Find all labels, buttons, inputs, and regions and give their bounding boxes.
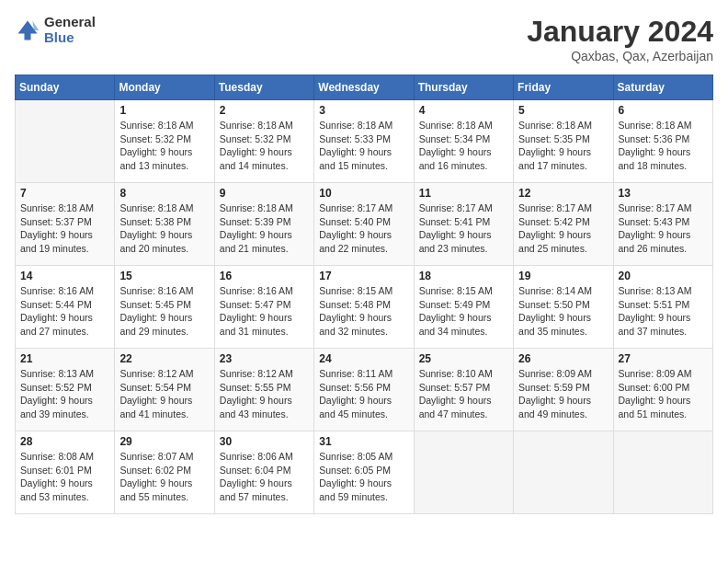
- day-number: 5: [518, 104, 608, 117]
- day-info: Sunrise: 8:18 AMSunset: 5:34 PMDaylight:…: [419, 119, 508, 173]
- day-number: 4: [419, 104, 508, 117]
- day-info: Sunrise: 8:18 AMSunset: 5:32 PMDaylight:…: [119, 119, 209, 173]
- day-number: 17: [319, 270, 408, 282]
- day-number: 9: [220, 187, 309, 200]
- calendar-cell: 25Sunrise: 8:10 AMSunset: 5:57 PMDayligh…: [414, 349, 513, 431]
- calendar-cell: 15Sunrise: 8:16 AMSunset: 5:45 PMDayligh…: [115, 266, 214, 349]
- day-number: 29: [119, 435, 209, 448]
- day-info: Sunrise: 8:16 AMSunset: 5:45 PMDaylight:…: [119, 284, 209, 339]
- day-number: 20: [619, 270, 708, 282]
- day-number: 25: [419, 352, 508, 365]
- day-number: 31: [319, 435, 408, 448]
- day-info: Sunrise: 8:18 AMSunset: 5:39 PMDaylight:…: [220, 201, 309, 256]
- day-number: 12: [518, 187, 608, 200]
- weekday-header: Monday: [115, 75, 214, 100]
- calendar-cell: 11Sunrise: 8:17 AMSunset: 5:41 PMDayligh…: [414, 183, 513, 266]
- calendar-week-row: 28Sunrise: 8:08 AMSunset: 6:01 PMDayligh…: [16, 431, 713, 514]
- day-number: 7: [20, 187, 109, 200]
- calendar-title: January 2024: [527, 15, 713, 49]
- calendar-cell: [514, 431, 613, 514]
- day-info: Sunrise: 8:18 AMSunset: 5:37 PMDaylight:…: [20, 201, 109, 256]
- day-info: Sunrise: 8:18 AMSunset: 5:36 PMDaylight:…: [619, 119, 708, 173]
- calendar-cell: 10Sunrise: 8:17 AMSunset: 5:40 PMDayligh…: [314, 183, 414, 266]
- calendar-cell: [16, 100, 115, 183]
- day-info: Sunrise: 8:07 AMSunset: 6:02 PMDaylight:…: [119, 450, 209, 504]
- day-info: Sunrise: 8:18 AMSunset: 5:32 PMDaylight:…: [220, 119, 309, 173]
- calendar-cell: [414, 431, 513, 514]
- calendar-table: SundayMondayTuesdayWednesdayThursdayFrid…: [15, 75, 713, 514]
- calendar-cell: 9Sunrise: 8:18 AMSunset: 5:39 PMDaylight…: [214, 183, 313, 266]
- calendar-cell: 8Sunrise: 8:18 AMSunset: 5:38 PMDaylight…: [115, 183, 214, 266]
- weekday-header: Saturday: [613, 75, 712, 100]
- day-info: Sunrise: 8:17 AMSunset: 5:43 PMDaylight:…: [619, 201, 708, 256]
- calendar-cell: 6Sunrise: 8:18 AMSunset: 5:36 PMDaylight…: [613, 100, 712, 183]
- calendar-cell: 18Sunrise: 8:15 AMSunset: 5:49 PMDayligh…: [414, 266, 513, 349]
- calendar-cell: 26Sunrise: 8:09 AMSunset: 5:59 PMDayligh…: [514, 349, 613, 431]
- title-block: January 2024 Qaxbas, Qax, Azerbaijan: [527, 15, 713, 63]
- day-number: 16: [220, 270, 309, 282]
- day-number: 23: [220, 352, 309, 365]
- calendar-cell: 30Sunrise: 8:06 AMSunset: 6:04 PMDayligh…: [214, 431, 313, 514]
- calendar-cell: 22Sunrise: 8:12 AMSunset: 5:54 PMDayligh…: [115, 349, 214, 431]
- day-info: Sunrise: 8:12 AMSunset: 5:55 PMDaylight:…: [220, 367, 309, 421]
- day-info: Sunrise: 8:18 AMSunset: 5:35 PMDaylight:…: [518, 119, 608, 173]
- day-info: Sunrise: 8:18 AMSunset: 5:38 PMDaylight:…: [119, 201, 209, 256]
- calendar-cell: 13Sunrise: 8:17 AMSunset: 5:43 PMDayligh…: [613, 183, 712, 266]
- logo-general-text: General: [44, 15, 96, 30]
- day-number: 18: [419, 270, 508, 282]
- calendar-cell: 28Sunrise: 8:08 AMSunset: 6:01 PMDayligh…: [16, 431, 115, 514]
- day-number: 15: [119, 270, 209, 282]
- weekday-header: Tuesday: [214, 75, 313, 100]
- day-info: Sunrise: 8:13 AMSunset: 5:52 PMDaylight:…: [20, 367, 109, 421]
- day-info: Sunrise: 8:05 AMSunset: 6:05 PMDaylight:…: [319, 450, 408, 504]
- page-header: General Blue January 2024 Qaxbas, Qax, A…: [15, 15, 713, 63]
- day-number: 19: [518, 270, 608, 282]
- calendar-cell: [613, 431, 712, 514]
- day-info: Sunrise: 8:17 AMSunset: 5:42 PMDaylight:…: [518, 201, 608, 256]
- calendar-week-row: 14Sunrise: 8:16 AMSunset: 5:44 PMDayligh…: [16, 266, 713, 349]
- day-info: Sunrise: 8:13 AMSunset: 5:51 PMDaylight:…: [619, 284, 708, 339]
- calendar-cell: 16Sunrise: 8:16 AMSunset: 5:47 PMDayligh…: [214, 266, 313, 349]
- day-number: 28: [20, 435, 109, 448]
- calendar-cell: 17Sunrise: 8:15 AMSunset: 5:48 PMDayligh…: [314, 266, 414, 349]
- day-number: 8: [119, 187, 209, 200]
- day-info: Sunrise: 8:10 AMSunset: 5:57 PMDaylight:…: [419, 367, 508, 421]
- calendar-week-row: 7Sunrise: 8:18 AMSunset: 5:37 PMDaylight…: [16, 183, 713, 266]
- calendar-cell: 4Sunrise: 8:18 AMSunset: 5:34 PMDaylight…: [414, 100, 513, 183]
- calendar-cell: 19Sunrise: 8:14 AMSunset: 5:50 PMDayligh…: [514, 266, 613, 349]
- calendar-week-row: 1Sunrise: 8:18 AMSunset: 5:32 PMDaylight…: [16, 100, 713, 183]
- day-number: 1: [119, 104, 209, 117]
- day-info: Sunrise: 8:17 AMSunset: 5:41 PMDaylight:…: [419, 201, 508, 256]
- weekday-header-row: SundayMondayTuesdayWednesdayThursdayFrid…: [16, 75, 713, 100]
- calendar-cell: 27Sunrise: 8:09 AMSunset: 6:00 PMDayligh…: [613, 349, 712, 431]
- day-info: Sunrise: 8:12 AMSunset: 5:54 PMDaylight:…: [119, 367, 209, 421]
- logo: General Blue: [15, 15, 96, 45]
- day-number: 6: [619, 104, 708, 117]
- logo-text: General Blue: [44, 15, 96, 45]
- day-number: 11: [419, 187, 508, 200]
- calendar-cell: 31Sunrise: 8:05 AMSunset: 6:05 PMDayligh…: [314, 431, 414, 514]
- day-info: Sunrise: 8:18 AMSunset: 5:33 PMDaylight:…: [319, 119, 408, 173]
- day-info: Sunrise: 8:09 AMSunset: 6:00 PMDaylight:…: [619, 367, 708, 421]
- weekday-header: Friday: [514, 75, 613, 100]
- calendar-cell: 2Sunrise: 8:18 AMSunset: 5:32 PMDaylight…: [214, 100, 313, 183]
- calendar-cell: 29Sunrise: 8:07 AMSunset: 6:02 PMDayligh…: [115, 431, 214, 514]
- day-info: Sunrise: 8:09 AMSunset: 5:59 PMDaylight:…: [518, 367, 608, 421]
- calendar-cell: 24Sunrise: 8:11 AMSunset: 5:56 PMDayligh…: [314, 349, 414, 431]
- day-number: 21: [20, 352, 109, 365]
- weekday-header: Wednesday: [314, 75, 414, 100]
- calendar-subtitle: Qaxbas, Qax, Azerbaijan: [527, 49, 713, 63]
- day-info: Sunrise: 8:16 AMSunset: 5:47 PMDaylight:…: [220, 284, 309, 339]
- calendar-cell: 23Sunrise: 8:12 AMSunset: 5:55 PMDayligh…: [214, 349, 313, 431]
- day-info: Sunrise: 8:11 AMSunset: 5:56 PMDaylight:…: [319, 367, 408, 421]
- day-number: 2: [220, 104, 309, 117]
- calendar-cell: 7Sunrise: 8:18 AMSunset: 5:37 PMDaylight…: [16, 183, 115, 266]
- day-number: 13: [619, 187, 708, 200]
- logo-icon: [15, 17, 40, 43]
- logo-blue-text: Blue: [44, 30, 96, 46]
- day-number: 30: [220, 435, 309, 448]
- day-number: 27: [619, 352, 708, 365]
- day-number: 10: [319, 187, 408, 200]
- weekday-header: Sunday: [16, 75, 115, 100]
- calendar-cell: 3Sunrise: 8:18 AMSunset: 5:33 PMDaylight…: [314, 100, 414, 183]
